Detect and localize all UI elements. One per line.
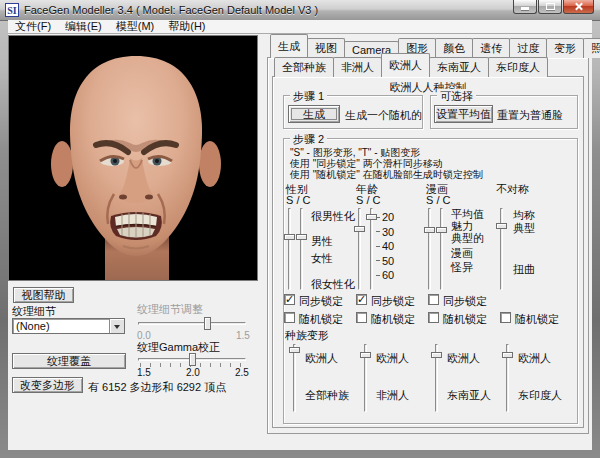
set-average-button[interactable]: 设置平均值 xyxy=(434,105,493,123)
caricature-random-lock-label: 随机锁定 xyxy=(443,312,487,327)
tab-european[interactable]: 欧洲人 xyxy=(381,53,430,77)
gender-s-slider-thumb[interactable] xyxy=(284,234,295,240)
age-label-40: 40 xyxy=(382,240,394,252)
tab-genetic[interactable]: 遗传 xyxy=(472,38,510,58)
right-ear xyxy=(199,141,221,187)
caricature-s-slider-track[interactable] xyxy=(428,208,431,290)
gender-c-slider-track[interactable] xyxy=(300,208,303,290)
race-bottom-label-1: 全部种族 xyxy=(305,388,349,403)
face-viewport[interactable] xyxy=(8,35,258,281)
race-top-label-2: 欧洲人 xyxy=(376,351,409,366)
texture-detail-label: 纹理细节 xyxy=(12,304,56,319)
asymmetry-slider-thumb[interactable] xyxy=(496,223,507,229)
asymmetry-slider-track[interactable] xyxy=(500,208,503,290)
window-title: FaceGen Modeller 3.4 ( Model: FaceGen De… xyxy=(24,4,318,16)
age-c-slider-thumb[interactable] xyxy=(366,214,377,220)
texture-adjust-slider-track[interactable] xyxy=(138,322,246,325)
menu-bar: 文件(F) 编辑(E) 模型(M) 帮助(H) xyxy=(8,20,592,34)
menu-edit[interactable]: 编辑(E) xyxy=(58,20,109,33)
change-polygons-button[interactable]: 改变多边形 xyxy=(12,377,83,393)
age-random-lock-checkbox[interactable] xyxy=(356,312,367,323)
tab-african[interactable]: 非洲人 xyxy=(333,57,382,77)
tab-all-races[interactable]: 全部种族 xyxy=(274,57,334,77)
maximize-button[interactable] xyxy=(538,0,562,14)
asymmetry-label-twisted: 扭曲 xyxy=(513,262,535,277)
gender-sync-lock-checkbox[interactable] xyxy=(284,294,295,305)
title-bar[interactable]: SI FaceGen Modeller 3.4 ( Model: FaceGen… xyxy=(0,0,600,21)
step2-info-3: 使用 "随机锁定" 在随机脸部生成时锁定控制 xyxy=(290,168,483,182)
race-morph-slider-thumb-2[interactable] xyxy=(360,352,371,358)
caricature-label-monster: 怪异 xyxy=(451,260,473,275)
tab-south-asian[interactable]: 东印度人 xyxy=(488,57,548,77)
gender-sync-lock-label: 同步锁定 xyxy=(299,294,343,309)
tab-east-asian[interactable]: 东南亚人 xyxy=(429,57,489,77)
gender-c-slider-thumb[interactable] xyxy=(296,234,307,240)
app-icon: SI xyxy=(5,3,19,17)
gamma-tick-3: 2.5 xyxy=(235,367,249,378)
generate-button[interactable]: 生成 xyxy=(288,105,340,123)
step1-legend: 步骤 1 xyxy=(290,89,327,104)
texture-adjust-slider-thumb[interactable] xyxy=(204,317,211,330)
dropdown-arrow-icon[interactable] xyxy=(109,319,124,333)
asymmetry-label-typical: 典型 xyxy=(513,221,535,236)
gender-sc-label: S / C xyxy=(286,194,310,206)
texture-overlay-button[interactable]: 纹理覆盖 xyxy=(12,353,126,369)
gender-s-slider-track[interactable] xyxy=(288,208,291,290)
tab-morph[interactable]: 变形 xyxy=(546,38,584,58)
minimize-button[interactable] xyxy=(513,0,537,14)
race-morph-slider-thumb-3[interactable] xyxy=(431,352,442,358)
adjust-tick-max: 1.5 xyxy=(236,330,250,341)
texture-detail-select[interactable]: (None) xyxy=(12,318,125,334)
asymmetry-header: 不对称 xyxy=(496,182,529,197)
polygon-count-label: 有 6152 多边形和 6292 顶点 xyxy=(88,380,226,395)
gender-label-male: 男性 xyxy=(311,234,333,249)
asymmetry-random-lock-checkbox[interactable] xyxy=(500,312,511,323)
main-tab-bar: 生成 视图 Camera 图形 颜色 遗传 过度 变形 照片适配 xyxy=(270,38,600,58)
menu-model[interactable]: 模型(M) xyxy=(109,20,162,33)
menu-file[interactable]: 文件(F) xyxy=(8,20,58,33)
race-morph-slider-thumb-1[interactable] xyxy=(289,347,300,353)
race-top-label-3: 欧洲人 xyxy=(447,351,480,366)
caricature-c-slider-thumb[interactable] xyxy=(436,227,447,233)
tab-tween[interactable]: 过度 xyxy=(509,38,547,58)
optional-legend: 可选择 xyxy=(437,89,476,104)
caricature-s-slider-thumb[interactable] xyxy=(424,227,435,233)
age-label-50: 50 xyxy=(382,255,394,267)
tab-photofit[interactable]: 照片适配 xyxy=(583,38,600,58)
age-s-slider-track[interactable] xyxy=(358,208,361,290)
race-bottom-label-3: 东南亚人 xyxy=(447,388,491,403)
maximize-icon xyxy=(546,3,555,10)
tab-color[interactable]: 颜色 xyxy=(435,38,473,58)
caricature-sync-lock-checkbox[interactable] xyxy=(428,294,439,305)
age-label-20: 20 xyxy=(382,211,394,223)
minimize-icon xyxy=(521,7,529,10)
age-sc-label: S / C xyxy=(356,194,380,206)
texture-adjust-label: 纹理细节调整 xyxy=(137,302,203,317)
caricature-random-lock-checkbox[interactable] xyxy=(428,312,439,323)
gender-random-lock-checkbox[interactable] xyxy=(284,312,295,323)
gamma-slider-thumb[interactable] xyxy=(189,353,196,366)
age-sync-lock-checkbox[interactable] xyxy=(356,294,367,305)
caricature-c-slider-track[interactable] xyxy=(440,208,443,290)
gamma-tick-1: 1.5 xyxy=(137,367,151,378)
window-controls xyxy=(512,0,594,14)
age-s-slider-thumb[interactable] xyxy=(354,226,365,232)
race-morph-slider-track-1[interactable] xyxy=(293,344,296,412)
gender-random-lock-label: 随机锁定 xyxy=(299,312,343,327)
reset-desc-label: 重置为普通脸 xyxy=(497,108,563,123)
age-c-slider-track[interactable] xyxy=(370,208,373,290)
menu-help[interactable]: 帮助(H) xyxy=(161,20,212,33)
app-window: SI FaceGen Modeller 3.4 ( Model: FaceGen… xyxy=(0,0,600,458)
view-help-button[interactable]: 视图帮助 xyxy=(13,287,74,303)
close-button[interactable] xyxy=(563,0,594,14)
race-morph-label: 种族变形 xyxy=(285,328,329,343)
generate-desc-label: 生成一个随机的 xyxy=(345,108,422,123)
tab-view[interactable]: 视图 xyxy=(307,38,345,58)
caricature-label-typical: 典型的 xyxy=(451,231,484,246)
texture-detail-value: (None) xyxy=(13,320,109,332)
race-morph-slider-thumb-4[interactable] xyxy=(502,352,513,358)
face-render-3d[interactable] xyxy=(9,36,257,280)
age-sync-lock-label: 同步锁定 xyxy=(371,294,415,309)
tab-generate[interactable]: 生成 xyxy=(270,34,308,58)
race-bottom-label-4: 东印度人 xyxy=(518,388,562,403)
